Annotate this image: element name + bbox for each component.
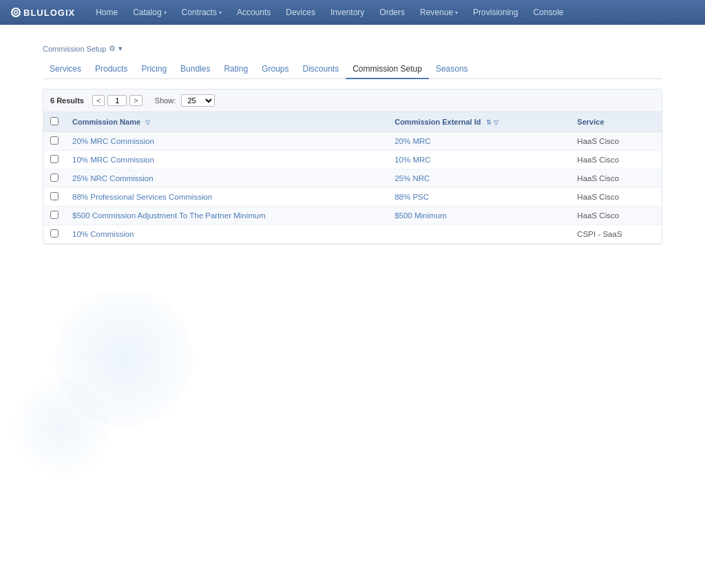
brand-name: BLULOGIX — [23, 8, 75, 18]
table-body: 20% MRC Commission 20% MRC HaaS Cisco 10… — [43, 132, 662, 244]
row-1-service: HaaS Cisco — [570, 132, 662, 151]
nav-item-home[interactable]: Home — [89, 3, 125, 21]
row-2-checkbox-cell — [43, 151, 65, 169]
gear-icon: ⚙ — [109, 44, 116, 53]
select-all-checkbox[interactable] — [50, 117, 59, 125]
navbar: BLULOGIX Home Catalog ▾ Contracts ▾ Acco… — [0, 0, 705, 25]
chevron-down-icon: ▾ — [219, 10, 222, 16]
tab-rating[interactable]: Rating — [217, 60, 255, 79]
tab-pricing[interactable]: Pricing — [134, 60, 173, 79]
row-3-checkbox-cell — [43, 169, 65, 188]
results-count: 6 Results — [50, 96, 84, 105]
row-6-external-id — [388, 225, 570, 244]
table-container: 6 Results < > Show: 25 50 100 — [43, 89, 662, 244]
header-checkbox-col — [43, 112, 65, 132]
row-4-checkbox[interactable] — [50, 192, 59, 200]
header-commission-name: Commission Name ▽ — [65, 112, 388, 132]
nav-item-orders[interactable]: Orders — [372, 3, 412, 21]
tab-commission-setup[interactable]: Commission Setup — [346, 60, 429, 79]
nav-item-revenue[interactable]: Revenue ▾ — [413, 3, 465, 21]
breadcrumb-text: Commission Setup — [43, 45, 106, 53]
nav-item-console[interactable]: Console — [526, 3, 570, 21]
table-row: 88% Professional Services Commission 88%… — [43, 188, 662, 207]
table-row: 10% Commission CSPI - SaaS — [43, 225, 662, 244]
chevron-down-icon: ▾ — [455, 10, 458, 16]
brand-icon — [11, 8, 21, 17]
filter-icon[interactable]: ▽ — [494, 119, 498, 126]
header-service: Service — [570, 112, 662, 132]
nav-item-provisioning[interactable]: Provisioning — [466, 3, 525, 21]
tab-groups[interactable]: Groups — [255, 60, 295, 79]
row-5-service: HaaS Cisco — [570, 207, 662, 225]
page-number-input[interactable] — [107, 95, 127, 106]
row-5-checkbox[interactable] — [50, 211, 59, 219]
tab-bundles[interactable]: Bundles — [173, 60, 217, 79]
row-5-commission-name: $500 Commission Adjustment To The Partne… — [65, 207, 388, 225]
row-4-commission-name: 88% Professional Services Commission — [65, 188, 388, 207]
tab-seasons[interactable]: Seasons — [429, 60, 475, 79]
nav-items: Home Catalog ▾ Contracts ▾ Accounts Devi… — [89, 3, 694, 21]
row-5-external-id: $500 Minimum — [388, 207, 570, 225]
table-row: 25% NRC Commission 25% NRC HaaS Cisco — [43, 169, 662, 188]
row-5-checkbox-cell — [43, 207, 65, 225]
row-4-checkbox-cell — [43, 188, 65, 207]
table-row: $500 Commission Adjustment To The Partne… — [43, 207, 662, 225]
row-3-external-id: 25% NRC — [388, 169, 570, 188]
row-4-external-id: 88% PSC — [388, 188, 570, 207]
show-label: Show: — [155, 96, 176, 105]
row-2-external-id: 10% MRC — [388, 151, 570, 169]
row-3-commission-name: 25% NRC Commission — [65, 169, 388, 188]
row-2-checkbox[interactable] — [50, 155, 59, 163]
row-4-service: HaaS Cisco — [570, 188, 662, 207]
filter-icon[interactable]: ▽ — [145, 119, 150, 126]
results-bar: 6 Results < > Show: 25 50 100 — [43, 90, 662, 112]
prev-page-button[interactable]: < — [92, 95, 105, 106]
breadcrumb-arrow: ▾ — [118, 44, 123, 53]
brand-logo-area[interactable]: BLULOGIX — [11, 8, 75, 18]
row-6-commission-name: 10% Commission — [65, 225, 388, 244]
row-3-service: HaaS Cisco — [570, 169, 662, 188]
nav-item-catalog[interactable]: Catalog ▾ — [126, 3, 173, 21]
row-1-checkbox-cell — [43, 132, 65, 151]
row-1-commission-name: 20% MRC Commission — [65, 132, 388, 151]
nav-item-contracts[interactable]: Contracts ▾ — [175, 3, 229, 21]
pagination-controls: < > — [92, 95, 143, 106]
table-row: 10% MRC Commission 10% MRC HaaS Cisco — [43, 151, 662, 169]
show-per-page-select[interactable]: 25 50 100 — [181, 94, 215, 107]
row-6-checkbox-cell — [43, 225, 65, 244]
row-3-checkbox[interactable] — [50, 174, 59, 182]
next-page-button[interactable]: > — [129, 95, 142, 106]
sub-nav: Services Products Pricing Bundles Rating… — [43, 60, 662, 79]
header-commission-external-id: Commission External Id ⇅ ▽ — [388, 112, 570, 132]
main-content: Commission Setup ⚙ ▾ Services Products P… — [0, 25, 705, 588]
chevron-down-icon: ▾ — [164, 10, 167, 16]
nav-item-accounts[interactable]: Accounts — [230, 3, 277, 21]
breadcrumb: Commission Setup ⚙ ▾ — [43, 44, 662, 53]
row-1-checkbox[interactable] — [50, 136, 59, 145]
nav-item-inventory[interactable]: Inventory — [324, 3, 371, 21]
row-1-external-id: 20% MRC — [388, 132, 570, 151]
tab-services[interactable]: Services — [43, 60, 88, 79]
table-header-row: Commission Name ▽ Commission External Id… — [43, 112, 662, 132]
row-2-service: HaaS Cisco — [570, 151, 662, 169]
commission-table: Commission Name ▽ Commission External Id… — [43, 112, 662, 244]
tab-discounts[interactable]: Discounts — [295, 60, 346, 79]
sort-icon[interactable]: ⇅ — [486, 119, 492, 126]
row-6-service: CSPI - SaaS — [570, 225, 662, 244]
nav-item-devices[interactable]: Devices — [279, 3, 322, 21]
table-row: 20% MRC Commission 20% MRC HaaS Cisco — [43, 132, 662, 151]
row-2-commission-name: 10% MRC Commission — [65, 151, 388, 169]
tab-products[interactable]: Products — [88, 60, 134, 79]
row-6-checkbox[interactable] — [50, 229, 59, 238]
